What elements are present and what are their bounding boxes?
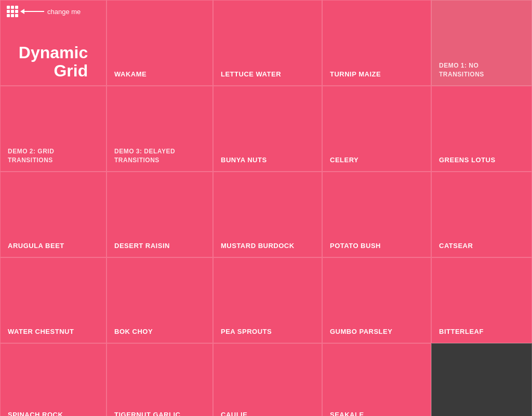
main-grid: change me Dynamic Grid WAKAME LETTUCE WA…: [0, 0, 532, 416]
cell-dark: [431, 343, 532, 416]
cell-water-chestnut[interactable]: WATER CHESTNUT: [0, 257, 107, 343]
logo-line2: Grid: [19, 62, 88, 80]
demo-label: DEMO 2: GRID TRANSITIONS: [8, 147, 99, 165]
cell-label: TIGERNUT GARLIC: [114, 411, 180, 416]
cell-catsear[interactable]: CATSEAR: [431, 172, 532, 257]
cell-mustard-burdock[interactable]: MUSTARD BURDOCK: [213, 172, 322, 257]
demo-label: DEMO 1: NO TRANSITIONS: [439, 61, 524, 79]
cell-label: TURNIP MAIZE: [330, 70, 381, 79]
cell-demo3[interactable]: DEMO 3: DELAYED TRANSITIONS: [107, 86, 213, 172]
cell-greens-lotus[interactable]: GREENS LOTUS: [431, 86, 532, 172]
cell-label: PEA SPROUTS: [221, 328, 272, 336]
cell-arugula-beet[interactable]: ARUGULA BEET: [0, 172, 107, 257]
cell-bunya-nuts[interactable]: BUNYA NUTS: [213, 86, 322, 172]
cell-label: CATSEAR: [439, 242, 473, 251]
logo-cell: change me Dynamic Grid: [0, 0, 107, 86]
cell-label: WATER CHESTNUT: [8, 328, 74, 336]
cell-label: LETTUCE WATER: [221, 70, 281, 79]
cell-lettuce-water[interactable]: LETTUCE WATER: [213, 0, 322, 86]
logo-text: Dynamic Grid: [19, 44, 88, 80]
demo-label: DEMO 3: DELAYED TRANSITIONS: [114, 147, 205, 165]
cell-desert-raisin[interactable]: DESERT RAISIN: [107, 172, 213, 257]
cell-label: BITTERLEAF: [439, 328, 484, 336]
change-me-text: change me: [47, 8, 81, 16]
cell-potato-bush[interactable]: POTATO BUSH: [322, 172, 431, 257]
change-me-label: change me: [23, 8, 81, 16]
cell-celery[interactable]: CELERY: [322, 86, 431, 172]
grid-icon[interactable]: [7, 6, 18, 17]
cell-pea-sprouts[interactable]: PEA SPROUTS: [213, 257, 322, 343]
cell-label: MUSTARD BURDOCK: [221, 242, 295, 251]
arrow-icon: [23, 11, 44, 12]
cell-label: POTATO BUSH: [330, 242, 381, 251]
cell-label: GUMBO PARSLEY: [330, 328, 392, 336]
cell-turnip-maize[interactable]: TURNIP MAIZE: [322, 0, 431, 86]
cell-caulie[interactable]: CAULIE: [213, 343, 322, 416]
cell-label: CAULIE: [221, 411, 247, 416]
cell-label: CELERY: [330, 156, 358, 165]
logo-line1: Dynamic: [19, 44, 88, 62]
cell-label: SPINACH ROCK: [8, 411, 63, 416]
header-bar: change me: [1, 1, 106, 22]
cell-demo1[interactable]: DEMO 1: NO TRANSITIONS: [431, 0, 532, 86]
cell-label: DESERT RAISIN: [114, 242, 170, 251]
cell-spinach-rock[interactable]: SPINACH ROCK: [0, 343, 107, 416]
cell-bitterleaf[interactable]: BITTERLEAF: [431, 257, 532, 343]
cell-seakale[interactable]: SEAKALE: [322, 343, 431, 416]
cell-bok-choy[interactable]: BOK CHOY: [107, 257, 213, 343]
cell-gumbo-parsley[interactable]: GUMBO PARSLEY: [322, 257, 431, 343]
cell-label: BOK CHOY: [114, 328, 153, 336]
cell-wakame[interactable]: WAKAME: [107, 0, 213, 86]
cell-tigernut-garlic[interactable]: TIGERNUT GARLIC: [107, 343, 213, 416]
cell-label: SEAKALE: [330, 411, 364, 416]
cell-label: WAKAME: [114, 70, 147, 79]
cell-label: GREENS LOTUS: [439, 156, 496, 165]
cell-label: ARUGULA BEET: [8, 242, 64, 251]
cell-demo2[interactable]: DEMO 2: GRID TRANSITIONS: [0, 86, 107, 172]
cell-label: BUNYA NUTS: [221, 156, 267, 165]
